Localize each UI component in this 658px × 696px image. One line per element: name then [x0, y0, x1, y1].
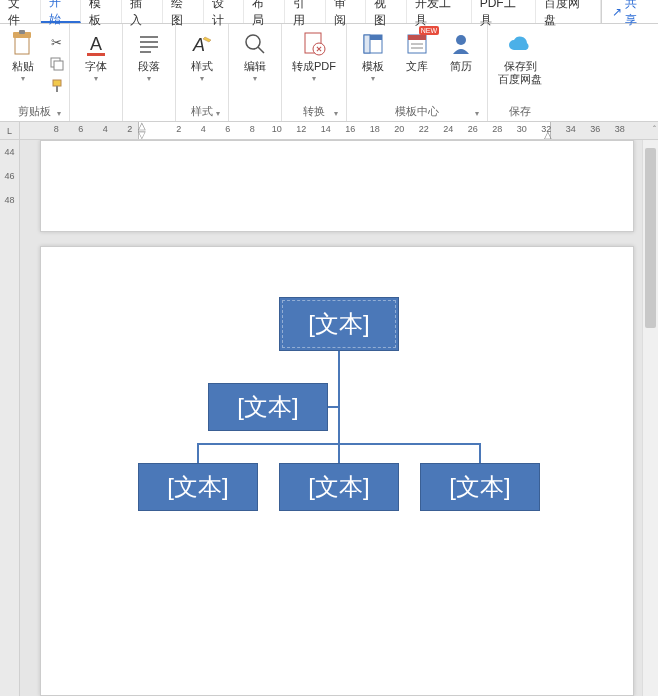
- tab-view[interactable]: 视图: [366, 0, 407, 23]
- org-node-assistant[interactable]: [文本]: [208, 383, 328, 431]
- svg-rect-6: [56, 86, 58, 92]
- tab-pdf[interactable]: PDF工具: [472, 0, 536, 23]
- org-node-root[interactable]: [文本]: [279, 297, 399, 351]
- scrollbar-thumb[interactable]: [645, 148, 656, 328]
- group-save-label: 保存: [494, 102, 546, 121]
- styles-button[interactable]: A 样式▾: [182, 28, 222, 102]
- paragraph-icon: [135, 30, 163, 58]
- group-convert: 转成PDF▾ 转换: [282, 24, 347, 121]
- tab-file[interactable]: 文件: [0, 0, 41, 23]
- cloud-icon: [506, 30, 534, 58]
- pdf-icon: [300, 30, 328, 58]
- font-button[interactable]: A 字体▾: [76, 28, 116, 117]
- tab-bar: 文件 开始 模板 插入 绘图 设计 布局 引用 审阅 视图 开发工具 PDF工具…: [0, 0, 658, 24]
- svg-line-15: [258, 47, 264, 53]
- tab-home[interactable]: 开始: [41, 0, 82, 23]
- template-button[interactable]: 模板▾: [353, 28, 393, 102]
- group-template-label: 模板中心: [353, 102, 481, 121]
- group-convert-label: 转换: [288, 102, 340, 121]
- ribbon: 粘贴▾ ✂ 剪贴板 A 字体▾ 段落▾: [0, 24, 658, 122]
- tab-layout[interactable]: 布局: [244, 0, 285, 23]
- svg-rect-20: [364, 35, 370, 53]
- group-clipboard-label: 剪贴板: [6, 102, 63, 121]
- smartart-org-chart[interactable]: [文本] [文本] [文本] [文本] [文本]: [41, 287, 635, 587]
- cut-icon[interactable]: ✂: [47, 32, 67, 52]
- svg-rect-4: [54, 61, 63, 70]
- group-template-center: 模板▾ NEW 文库 简历 模板中心: [347, 24, 488, 121]
- svg-rect-8: [87, 53, 105, 56]
- tab-review[interactable]: 审阅: [326, 0, 367, 23]
- tab-template[interactable]: 模板: [81, 0, 122, 23]
- new-badge: NEW: [419, 26, 439, 35]
- indent-right-icon[interactable]: △: [544, 129, 552, 139]
- org-node-child-2[interactable]: [文本]: [279, 463, 399, 511]
- copy-icon[interactable]: [47, 54, 67, 74]
- svg-point-14: [246, 35, 260, 49]
- edit-button[interactable]: 编辑▾: [235, 28, 275, 117]
- paste-button[interactable]: 粘贴▾: [3, 28, 43, 102]
- tab-references[interactable]: 引用: [285, 0, 326, 23]
- group-styles-label: 样式: [182, 102, 222, 121]
- save-baidu-button[interactable]: 保存到 百度网盘: [494, 28, 546, 102]
- resume-button[interactable]: 简历: [441, 28, 481, 102]
- clipboard-icon: [9, 30, 37, 58]
- group-font: A 字体▾: [70, 24, 123, 121]
- library-button[interactable]: NEW 文库: [397, 28, 437, 102]
- org-node-child-3[interactable]: [文本]: [420, 463, 540, 511]
- page-current[interactable]: [文本] [文本] [文本] [文本] [文本]: [40, 246, 634, 696]
- template-icon: [359, 30, 387, 58]
- font-icon: A: [82, 30, 110, 58]
- document-canvas[interactable]: [文本] [文本] [文本] [文本] [文本]: [20, 140, 658, 696]
- svg-text:A: A: [90, 34, 102, 54]
- indent-left-icon[interactable]: △: [138, 122, 146, 131]
- search-icon: [241, 30, 269, 58]
- svg-point-25: [456, 35, 466, 45]
- ruler-vertical: 444648: [0, 140, 20, 696]
- styles-icon: A: [188, 30, 216, 58]
- ruler-horizontal: L 86422468101214161820222426283032343638…: [0, 122, 658, 140]
- tab-draw[interactable]: 绘图: [163, 0, 204, 23]
- group-editing: 编辑▾: [229, 24, 282, 121]
- group-save: 保存到 百度网盘 保存: [488, 24, 552, 121]
- scrollbar-vertical[interactable]: [642, 140, 658, 696]
- tab-insert[interactable]: 插入: [122, 0, 163, 23]
- format-painter-icon[interactable]: [47, 76, 67, 96]
- svg-text:A: A: [192, 35, 205, 55]
- org-node-child-1[interactable]: [文本]: [138, 463, 258, 511]
- tab-design[interactable]: 设计: [204, 0, 245, 23]
- paragraph-button[interactable]: 段落▾: [129, 28, 169, 117]
- svg-rect-5: [53, 80, 61, 86]
- svg-rect-2: [19, 30, 25, 34]
- ruler-corner[interactable]: L: [0, 122, 20, 139]
- group-clipboard: 粘贴▾ ✂ 剪贴板: [0, 24, 70, 121]
- tab-developer[interactable]: 开发工具: [407, 0, 471, 23]
- group-paragraph: 段落▾: [123, 24, 176, 121]
- ruler-collapse-icon[interactable]: ˆ: [653, 124, 656, 134]
- workspace: 444648 [文本] [文本] [文本] [文本] [文本]: [0, 140, 658, 696]
- page-prev[interactable]: [40, 140, 634, 232]
- share-button[interactable]: ↗共享: [601, 0, 659, 23]
- group-styles: A 样式▾ 样式: [176, 24, 229, 121]
- svg-rect-22: [408, 35, 426, 40]
- tab-baidu[interactable]: 百度网盘: [536, 0, 600, 23]
- convert-pdf-button[interactable]: 转成PDF▾: [288, 28, 340, 102]
- resume-icon: [447, 30, 475, 58]
